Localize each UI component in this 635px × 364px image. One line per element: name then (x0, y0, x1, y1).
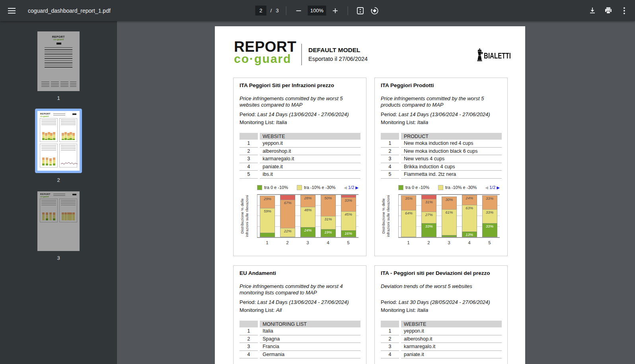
value-cell: New moka induction red 4 cups (401, 140, 502, 148)
panel-period: Period: Last 14 Days (13/06/2024 - 27/06… (240, 111, 349, 117)
mini-logo-sub: co·guard (40, 196, 51, 198)
table-row: 3New venus 4 cups (381, 155, 502, 163)
panel-monitoring-list: Monitoring List: Italia (240, 119, 287, 125)
bar-segment-orange: 35% (401, 195, 416, 210)
thumbnail-page-1[interactable]: REPORT co·guard 1 (37, 31, 80, 101)
zoom-in-icon[interactable] (330, 6, 340, 16)
x-axis-ticks: 12345 (257, 240, 358, 245)
value-cell: Spagna (260, 335, 360, 343)
stacked-bar-5: 16%45%33% (341, 195, 356, 237)
export-date: Esportato il 27/06/2024 (308, 56, 368, 62)
bar-segment-orange: 33% (482, 195, 497, 209)
mini-text-lines (41, 120, 56, 126)
page-total: 3 (276, 8, 279, 14)
rank-cell: 4 (240, 351, 258, 359)
bar-segment-yellow: 48% (300, 207, 316, 227)
legend-label: tra 0 e -10% (405, 185, 429, 190)
table-column-header: WEBSITE (260, 133, 360, 140)
rotate-icon[interactable] (369, 6, 380, 16)
thumbnail-selection-frame: REPORT co·guard (35, 109, 82, 173)
stacked-bar-1: 64%35% (401, 195, 416, 237)
bar-segment-green: 19% (321, 229, 336, 237)
page-number-input[interactable]: 2 (255, 6, 267, 16)
bar-segment-orange: 24% (462, 195, 477, 205)
value-cell: karmaregalo.it (260, 155, 360, 163)
stacked-bar-3: 24%48%28% (300, 195, 316, 237)
bar-value-label: 64% (401, 211, 416, 215)
bar-segment-green (442, 235, 457, 237)
fit-page-icon[interactable] (355, 6, 365, 16)
table-row: 2alberoshop.it (240, 148, 360, 156)
mini-panel (59, 118, 77, 142)
rank-cell: 5 (381, 171, 399, 179)
mini-text-lines (45, 47, 72, 69)
panel-monitoring-list: Monitoring List: Italia (381, 307, 428, 313)
value-cell: New moka induction black 6 cups (401, 148, 502, 156)
panel-title: EU Andamenti (240, 270, 276, 276)
table-row: 2New moka induction black 6 cups (381, 148, 502, 156)
thumbnail-page-3[interactable]: REPORT co·guard 3 (37, 191, 80, 261)
panel-description: Price infringements committed by the wor… (381, 95, 501, 109)
table-row: 4paniate.it (240, 163, 360, 171)
legend-label: tra -10% e -30% (304, 185, 335, 190)
x-tick: 2 (286, 240, 288, 245)
bar-segment-yellow: 63% (462, 205, 477, 232)
pdf-viewer-toolbar: coguard_dashboard_report_1.pdf 2 / 3 100… (0, 0, 635, 21)
toolbar-divider (347, 6, 348, 15)
kebab-menu-icon[interactable] (619, 6, 629, 16)
x-tick: 3 (448, 240, 450, 245)
bar-value-label: 50% (321, 196, 335, 200)
thumbnail-preview: REPORT co·guard (37, 31, 80, 91)
bar-segment-green: 16% (341, 230, 356, 237)
panel-monitoring-list: Monitoring List: Italia (381, 119, 428, 125)
bar-value-label: 28% (301, 196, 315, 200)
value-cell: paniate.it (401, 351, 502, 359)
table-column-header: WEBSITE (401, 321, 502, 327)
logo-coguard-text: co·guard (234, 53, 296, 65)
bar-segment-red (280, 195, 295, 200)
y-axis-label: Distribuzione % delle infrazioni sulle r… (381, 195, 391, 237)
bar-value-label: 48% (301, 208, 315, 212)
panel-description: Price infringements committed by the wor… (240, 283, 360, 296)
panel-monitoring-list: Monitoring List: All (240, 307, 282, 313)
rank-cell: 2 (381, 148, 399, 156)
mini-text-lines (41, 200, 56, 206)
x-tick: 4 (327, 240, 329, 245)
mini-text-lines (61, 120, 76, 126)
mini-text-lines (41, 145, 56, 152)
bar-value-label: 59% (260, 209, 275, 213)
table-row: 2Spagna (240, 335, 360, 343)
mini-text-lines (53, 194, 65, 197)
rank-table: MONITORING LIST 1Italia2Spagna3Francia4G… (240, 321, 360, 358)
rank-cell: 1 (240, 327, 258, 335)
download-icon[interactable] (587, 6, 598, 16)
rank-cell: 3 (240, 343, 258, 351)
bar-value-label: 24% (301, 228, 315, 232)
legend-swatch-green (257, 185, 262, 190)
value-cell: yeppon.it (260, 140, 360, 148)
mini-panel (40, 199, 58, 222)
panel-period: Period: Last 14 Days (13/06/2024 - 27/06… (381, 111, 490, 117)
bar-value-label: 63% (462, 206, 477, 210)
value-cell: Brikka induction 4 cups (401, 163, 502, 171)
rank-column-header (381, 133, 399, 140)
bar-segment-yellow: 31% (321, 216, 336, 229)
pdf-viewport[interactable]: REPORT co·guard DEFAULT MODEL Esportato … (117, 21, 635, 364)
thumbnail-page-2-selected[interactable]: REPORT co·guard (35, 109, 82, 183)
bar-value-label: 33% (483, 224, 497, 228)
hamburger-icon[interactable] (8, 6, 18, 16)
bar-value-label: 35% (401, 196, 416, 200)
bar-value-label: 61% (442, 210, 456, 214)
panel-title: ITA Peggiori Prodotti (381, 82, 434, 88)
zoom-out-icon[interactable] (293, 6, 304, 16)
bar-value-label: 22% (280, 229, 295, 233)
mini-brand-mark (72, 113, 76, 115)
value-cell: alberoshop.it (260, 148, 360, 156)
bar-segment-yellow: 64% (401, 210, 416, 237)
next-page-icon: ▶ (355, 185, 358, 190)
zoom-level-input[interactable]: 100% (308, 6, 326, 16)
print-icon[interactable] (603, 6, 614, 16)
bar-value-label: 19% (321, 230, 335, 234)
mini-line-chart (61, 160, 78, 166)
table-row: 1yeppon.it (240, 140, 360, 148)
